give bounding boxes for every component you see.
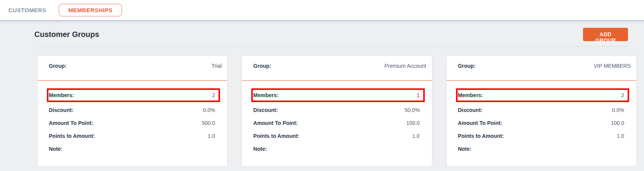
row-value: 50.0% (405, 107, 420, 113)
group-card: Group: VIP MEMBERS Members: 2 Discount: … (446, 55, 637, 167)
card-row: Points to Amount: 1.0 (49, 133, 215, 139)
row-value: 2 (621, 92, 624, 99)
group-card-body: Members: 2 Discount: 0.0% Amount To Poin… (37, 81, 227, 152)
row-value: 1.0 (617, 133, 624, 139)
group-label: Group: (253, 63, 271, 69)
card-row: Amount To Point: 500.0 (49, 120, 215, 126)
group-card-header: Group: Trial (37, 56, 227, 81)
row-value: 1.0 (208, 133, 215, 139)
page-title: Customer Groups (34, 30, 99, 39)
row-label: Members: (253, 92, 278, 99)
group-card-header: Group: Premium Account (242, 56, 432, 81)
card-row: Points to Amount: 1.0 (253, 133, 419, 139)
group-name: VIP MEMBERS (594, 63, 631, 69)
row-label: Discount: (253, 107, 278, 113)
row-label: Note: (49, 145, 63, 152)
group-name: Premium Account (384, 63, 426, 69)
card-row-members-highlighted: Members: 2 (47, 88, 220, 102)
row-label: Points to Amount: (49, 133, 95, 139)
top-tab-bar: CUSTOMERS MEMBERSHIPS (0, 0, 644, 21)
page-header: Customer Groups ADD GROUP (0, 21, 644, 41)
row-value: 100.0 (406, 120, 420, 126)
row-label: Note: (458, 145, 472, 152)
card-row: Points to Amount: 1.0 (458, 133, 624, 139)
row-label: Discount: (458, 107, 483, 113)
row-label: Amount To Point: (49, 120, 93, 126)
group-cards-row: Group: Trial Members: 2 Discount: 0.0% A… (37, 55, 637, 167)
tab-memberships[interactable]: MEMBERSHIPS (59, 4, 122, 16)
card-row-members-highlighted: Members: 2 (456, 88, 629, 102)
row-label: Points to Amount: (458, 133, 504, 139)
group-card-body: Members: 2 Discount: 0.0% Amount To Poin… (446, 81, 636, 152)
group-card: Group: Premium Account Members: 1 Discou… (241, 55, 432, 167)
row-value: 2 (212, 92, 215, 99)
card-row: Amount To Point: 100.0 (253, 120, 419, 126)
row-value: 0.0% (203, 107, 215, 113)
row-value: 1 (417, 92, 420, 99)
header-divider (37, 46, 628, 47)
card-row: Discount: 0.0% (458, 107, 624, 113)
row-label: Discount: (49, 107, 74, 113)
group-label: Group: (49, 63, 67, 69)
card-row: Discount: 0.0% (49, 107, 215, 113)
card-row: Amount To Point: 100.0 (458, 120, 624, 126)
row-label: Amount To Point: (253, 120, 297, 126)
row-label: Members: (49, 92, 74, 99)
card-row: Discount: 50.0% (253, 107, 419, 113)
card-row: Note: (458, 145, 624, 152)
card-row: Note: (49, 145, 215, 152)
row-label: Amount To Point: (458, 120, 502, 126)
add-group-button[interactable]: ADD GROUP (583, 28, 628, 41)
card-row: Note: (253, 145, 419, 152)
group-name: Trial (212, 63, 222, 69)
group-card-header: Group: VIP MEMBERS (446, 56, 636, 81)
group-label: Group: (458, 63, 476, 69)
tab-customers[interactable]: CUSTOMERS (8, 7, 46, 13)
row-label: Points to Amount: (253, 133, 299, 139)
group-card-body: Members: 1 Discount: 50.0% Amount To Poi… (242, 81, 432, 152)
row-value: 100.0 (611, 120, 624, 126)
row-label: Note: (253, 145, 267, 152)
group-card: Group: Trial Members: 2 Discount: 0.0% A… (37, 55, 228, 167)
customer-groups-page: Customer Groups ADD GROUP Group: Trial M… (0, 21, 644, 167)
row-value: 500.0 (202, 120, 215, 126)
row-value: 1.0 (412, 133, 419, 139)
row-value: 0.0% (612, 107, 624, 113)
row-label: Members: (458, 92, 483, 99)
card-row-members-highlighted: Members: 1 (251, 88, 424, 102)
